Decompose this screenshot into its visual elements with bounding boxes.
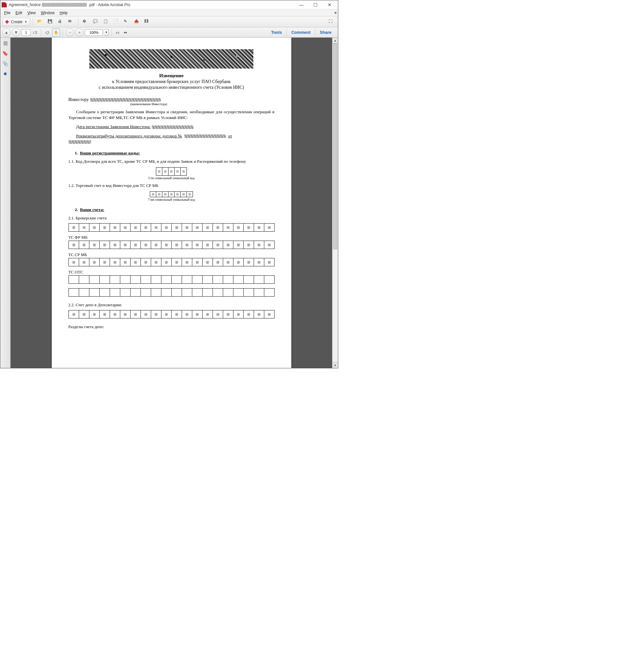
account-cell: [213, 240, 223, 249]
account-cell: [120, 310, 131, 319]
account-cell: [79, 223, 89, 231]
zoom-dropdown[interactable]: ▼: [104, 29, 109, 36]
window-title-prefix: Agreement_Notice: [9, 3, 40, 7]
account-cell: [151, 223, 161, 231]
save-icon: 💾: [48, 19, 53, 25]
cursor-icon: ⭯: [45, 30, 49, 35]
gear-icon: ⚙: [82, 19, 88, 25]
account-cell: [68, 258, 79, 266]
account-cell: [89, 275, 100, 284]
fit-page-button[interactable]: ▭: [114, 28, 121, 37]
code-cell: [174, 167, 181, 176]
fit-page-icon: ▭: [116, 30, 119, 35]
signatures-button[interactable]: ✸: [2, 70, 9, 77]
account-cell: [130, 288, 141, 297]
zoom-in-button[interactable]: +: [75, 28, 83, 37]
multimedia-button[interactable]: 🎞: [143, 18, 152, 26]
account-cell: [68, 275, 79, 284]
account-cell: [89, 310, 100, 319]
share-panel-button[interactable]: Share: [315, 27, 336, 38]
account-cell: [161, 258, 172, 266]
menu-bar: File Edit View Window Help ×: [0, 9, 338, 16]
account-cell: [89, 223, 100, 231]
close-button[interactable]: ✕: [323, 0, 337, 9]
print-button[interactable]: 🖨: [56, 18, 65, 26]
account-cell: [171, 275, 182, 284]
menu-help[interactable]: Help: [57, 10, 70, 16]
menu-window[interactable]: Window: [38, 10, 57, 16]
scroll-thumb[interactable]: [333, 43, 337, 249]
form-icon: 📋: [103, 19, 109, 25]
separator: [78, 18, 78, 26]
section-2-heading: 2.Ваши счета:: [75, 207, 274, 212]
ts-fr-mb-row: [68, 240, 274, 249]
menu-edit[interactable]: Edit: [13, 10, 25, 16]
scroll-down-button[interactable]: ▼: [333, 362, 338, 368]
document-viewport[interactable]: Извещение к Условиям предоставления брок…: [11, 38, 332, 368]
export-button[interactable]: 📤: [133, 18, 142, 26]
account-cell: [79, 240, 89, 249]
comment-panel-button[interactable]: Comment: [286, 27, 315, 38]
account-cell: [99, 275, 110, 284]
ts-sr-mb-row: [68, 258, 274, 266]
account-cell: [264, 275, 274, 284]
account-cell: [161, 223, 172, 231]
account-cell: [223, 275, 233, 284]
account-cell: [192, 240, 203, 249]
para-1-2: 1.2. Торговый счет и код Инвестора для Т…: [68, 183, 274, 188]
account-cell: [254, 310, 264, 319]
folder-open-icon: 📂: [37, 19, 43, 25]
email-button[interactable]: ✉: [66, 18, 75, 26]
zoom-out-button[interactable]: −: [65, 28, 74, 37]
vertical-scrollbar[interactable]: ▲ ▼: [332, 38, 338, 368]
code-7-caption: 7-ми символьный уникальный код: [68, 198, 274, 201]
menu-file[interactable]: File: [2, 10, 13, 16]
account-cell: [120, 240, 131, 249]
settings-button[interactable]: ⚙: [81, 18, 90, 26]
maximize-button[interactable]: ☐: [308, 0, 323, 9]
zoom-value[interactable]: 100%: [85, 29, 103, 36]
account-cell: [233, 288, 244, 297]
tools-panel-button[interactable]: Tools: [266, 27, 286, 38]
account-cell: [264, 258, 274, 266]
account-cell: [171, 240, 182, 249]
bookmarks-button[interactable]: 🔖: [2, 50, 9, 57]
account-cell: [243, 275, 254, 284]
forms-button[interactable]: 📋: [101, 18, 111, 26]
comment-tool-button[interactable]: 💬: [91, 18, 100, 26]
expand-icon: ⛶: [329, 19, 335, 25]
account-cell: [89, 258, 100, 266]
account-cell: [151, 258, 161, 266]
account-cell: [243, 310, 254, 319]
depo-sections-label: Разделы счета депо:: [68, 324, 274, 329]
fullscreen-button[interactable]: ⛶: [327, 18, 336, 26]
minimize-button[interactable]: ―: [294, 0, 308, 9]
document-close-button[interactable]: ×: [335, 11, 337, 15]
account-cell: [99, 310, 110, 319]
fit-width-button[interactable]: ⇔: [122, 28, 129, 37]
account-cell: [161, 288, 172, 297]
select-tool[interactable]: ⭯: [44, 28, 51, 37]
page-number-input[interactable]: [22, 29, 30, 36]
account-cell: [171, 310, 182, 319]
code-cell: [168, 191, 175, 197]
sign-button[interactable]: ✎: [122, 18, 131, 26]
menu-view[interactable]: View: [25, 10, 38, 16]
attachments-button[interactable]: 📎: [2, 60, 9, 67]
create-button[interactable]: ✚ Create ▼: [2, 18, 30, 26]
hand-tool[interactable]: ✋: [52, 28, 60, 37]
doc-title: Извещение: [68, 73, 274, 78]
next-page-button[interactable]: ▼: [12, 28, 20, 37]
code-cell: [168, 167, 175, 176]
delete-pages-button[interactable]: 📄: [112, 18, 121, 26]
open-button[interactable]: 📂: [36, 18, 45, 26]
scroll-up-button[interactable]: ▲: [333, 38, 338, 43]
account-cell: [213, 258, 223, 266]
account-cell: [254, 275, 264, 284]
prev-page-button[interactable]: ▲: [2, 28, 11, 37]
redacted-date: [152, 126, 194, 129]
account-cell: [110, 240, 120, 249]
account-cell: [171, 258, 182, 266]
thumbnails-button[interactable]: ▥: [2, 39, 9, 47]
save-button[interactable]: 💾: [46, 18, 55, 26]
